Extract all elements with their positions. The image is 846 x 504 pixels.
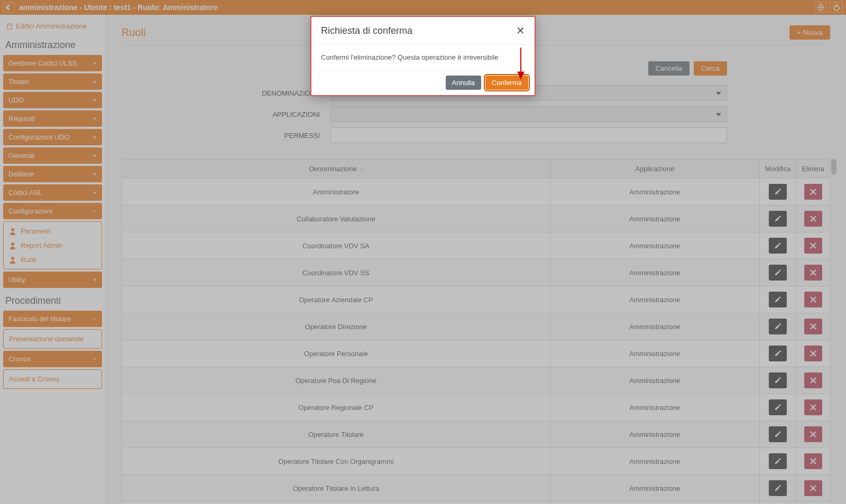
modal-cancel-button[interactable]: Annulla (446, 76, 481, 90)
confirm-modal: Richiesta di conferma ✕ Confermi l'elimi… (310, 16, 536, 96)
modal-confirm-button[interactable]: Conferma (485, 76, 528, 90)
modal-close-button[interactable]: ✕ (516, 24, 525, 37)
modal-title: Richiesta di conferma (321, 25, 412, 36)
close-icon: ✕ (516, 25, 525, 36)
modal-body: Confermi l'eliminazione? Questa operazio… (311, 45, 535, 70)
